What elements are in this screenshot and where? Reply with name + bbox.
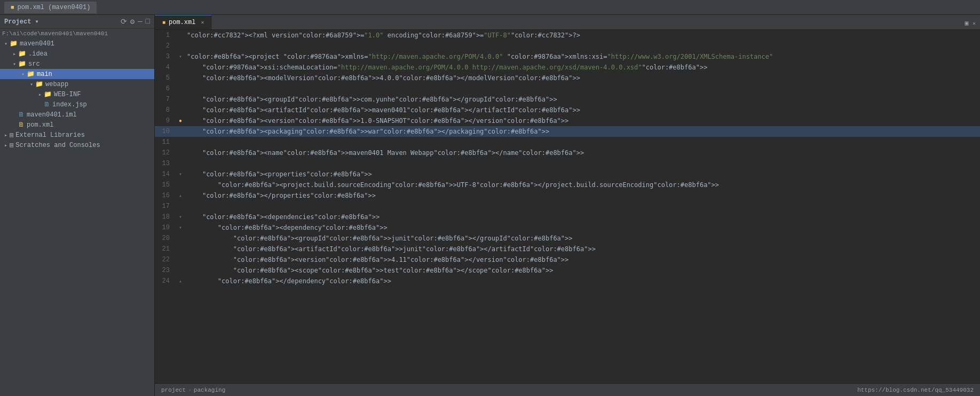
line-number: 18 [155,212,174,222]
line-content-8[interactable]: "color:#e8bf6a"><artifactId"color:#e8bf6… [187,105,980,115]
editor-tab-title[interactable]: ■ pom.xml (maven0401) [4,2,97,13]
line-content-22[interactable]: "color:#e8bf6a"><version"color:#e8bf6a">… [187,254,980,265]
line-content-20[interactable]: "color:#e8bf6a"><groupId"color:#e8bf6a">… [187,233,980,244]
code-line-15: 15 "color:#e8bf6a"><project.build.source… [155,180,980,190]
file-icon: 🗎 [18,111,25,119]
line-number: 6 [155,83,174,94]
line-number: 20 [155,233,174,244]
right-panel-button[interactable]: ▣ ✕ [961,17,980,29]
tree-item-label: maven0401 [20,40,54,48]
sidebar-item-src[interactable]: ▾📁src [0,59,154,69]
line-content-19[interactable]: "color:#e8bf6a"><dependency"color:#e8bf6… [187,222,980,233]
line-content-4[interactable]: "color:#9876aa">xsi:schemaLocation="http… [187,62,980,73]
code-lines-container: 1"color:#cc7832"><?xml version"color:#6a… [155,30,980,383]
sidebar-item-extlibs[interactable]: ▸▤External Libraries [0,130,154,140]
title-bar: ■ pom.xml (maven0401) [0,0,980,15]
tree-arrow: ▸ [2,132,10,138]
sidebar-item-webapp[interactable]: ▾📁webapp [0,79,154,89]
code-line-20: 20 "color:#e8bf6a"><groupId"color:#e8bf6… [155,233,980,244]
code-editor[interactable]: 1"color:#cc7832"><?xml version"color:#6a… [155,30,980,383]
line-number: 19 [155,222,174,233]
editor-tabs: ■ pom.xml ✕ ▣ ✕ [155,15,980,30]
line-number: 1 [155,30,174,41]
expand-icon[interactable]: □ [146,17,150,26]
line-content-21[interactable]: "color:#e8bf6a"><artifactId"color:#e8bf6… [187,244,980,254]
line-number: 4 [155,62,174,73]
line-content-15[interactable]: "color:#e8bf6a"><project.build.sourceEnc… [187,180,980,190]
sync-icon[interactable]: ⟳ [121,17,127,26]
line-number: 10 [155,126,174,137]
gutter-14: ▾ [174,171,187,177]
code-line-9: 9● "color:#e8bf6a"><version"color:#e8bf6… [155,115,980,126]
sidebar-item-scratches[interactable]: ▸▤Scratches and Consoles [0,140,154,150]
line-content-16[interactable]: "color:#e8bf6a"></properties"color:#e8bf… [187,190,980,201]
sidebar-item-idea[interactable]: ▸📁.idea [0,49,154,59]
tree-item-label: src [28,60,40,68]
tree-arrow: ▾ [11,61,18,67]
sidebar-item-main[interactable]: ▾📁main [0,69,154,79]
breadcrumb-item: packaging [194,387,225,393]
sidebar-item-iml[interactable]: 🗎maven0401.iml [0,110,154,120]
pom-tab-label: pom.xml [169,19,195,26]
tree-arrow: ▾ [19,71,27,77]
code-line-6: 6 [155,83,980,94]
line-content-24[interactable]: "color:#e8bf6a"></dependency"color:#e8bf… [187,276,980,286]
tree-item-label: maven0401.iml [27,111,77,119]
line-number: 12 [155,147,174,158]
project-root-label: F:\ai\code\maven0401\maven0401 [0,29,154,38]
line-content-18[interactable]: "color:#e8bf6a"><dependencies"color:#e8b… [187,212,980,222]
sidebar-item-webinf[interactable]: ▸📁WEB-INF [0,89,154,99]
sidebar-item-pomxml[interactable]: 🗎pom.xml [0,120,154,130]
tree-item-label: External Libraries [15,131,85,139]
line-content-23[interactable]: "color:#e8bf6a"><scope"color:#e8bf6a">>t… [187,265,980,276]
file-tree: ▾📁maven0401▸📁.idea▾📁src▾📁main▾📁webapp▸📁W… [0,38,154,150]
code-line-21: 21 "color:#e8bf6a"><artifactId"color:#e8… [155,244,980,254]
line-content-12[interactable]: "color:#e8bf6a"><name"color:#e8bf6a">>ma… [187,147,980,158]
line-number: 8 [155,105,174,115]
code-line-14: 14▾ "color:#e8bf6a"><properties"color:#e… [155,169,980,180]
sidebar: Project ▾ ⟳ ⚙ — □ F:\ai\code\maven0401\m… [0,15,155,396]
code-line-18: 18▾ "color:#e8bf6a"><dependencies"color:… [155,212,980,222]
code-line-8: 8 "color:#e8bf6a"><artifactId"color:#e8b… [155,105,980,115]
pom-xml-tab[interactable]: ■ pom.xml ✕ [155,15,212,29]
tree-item-label: WEB-INF [54,91,81,98]
tree-arrow: ▸ [36,91,44,98]
folder-icon: 📁 [44,90,52,98]
line-number: 14 [155,169,174,180]
line-content-5[interactable]: "color:#e8bf6a"><modelVersion"color:#e8b… [187,73,980,83]
tree-item-label: Scratches and Consoles [15,142,100,149]
line-content-7[interactable]: "color:#e8bf6a"><groupId"color:#e8bf6a">… [187,94,980,105]
line-content-14[interactable]: "color:#e8bf6a"><properties"color:#e8bf6… [187,169,980,180]
line-number: 22 [155,254,174,265]
line-number: 2 [155,41,174,51]
line-content-9[interactable]: "color:#e8bf6a"><version"color:#e8bf6a">… [187,115,980,126]
code-line-17: 17 [155,201,980,212]
code-line-5: 5 "color:#e8bf6a"><modelVersion"color:#e… [155,73,980,83]
close-tab-icon[interactable]: ✕ [201,19,204,26]
gutter-9: ● [174,118,187,124]
line-content-3[interactable]: "color:#e8bf6a"><project "color:#9876aa"… [187,51,980,62]
line-number: 9 [155,115,174,126]
folder-icon: ▤ [10,131,13,139]
sidebar-item-maven0401[interactable]: ▾📁maven0401 [0,38,154,49]
line-number: 13 [155,158,174,169]
line-number: 5 [155,73,174,83]
code-line-11: 11 [155,137,980,147]
code-line-12: 12 "color:#e8bf6a"><name"color:#e8bf6a">… [155,147,980,158]
gutter-3: ▾ [174,53,187,60]
gear-icon[interactable]: ⚙ [130,17,135,26]
tree-item-label: .idea [28,50,48,58]
line-number: 11 [155,137,174,147]
collapse-icon[interactable]: — [138,17,142,26]
status-url: https://blog.csdn.net/qq_53449032 [857,387,974,393]
code-line-23: 23 "color:#e8bf6a"><scope"color:#e8bf6a"… [155,265,980,276]
line-number: 15 [155,180,174,190]
sidebar-item-indexjsp[interactable]: 🗎index.jsp [0,99,154,110]
line-content-10[interactable]: "color:#e8bf6a"><packaging"color:#e8bf6a… [187,126,980,137]
code-line-13: 13 [155,158,980,169]
folder-icon: 📁 [18,60,26,68]
line-content-1[interactable]: "color:#cc7832"><?xml version"color:#6a8… [187,30,980,41]
code-line-2: 2 [155,41,980,51]
tree-arrow: ▾ [2,41,10,47]
line-number: 17 [155,201,174,212]
